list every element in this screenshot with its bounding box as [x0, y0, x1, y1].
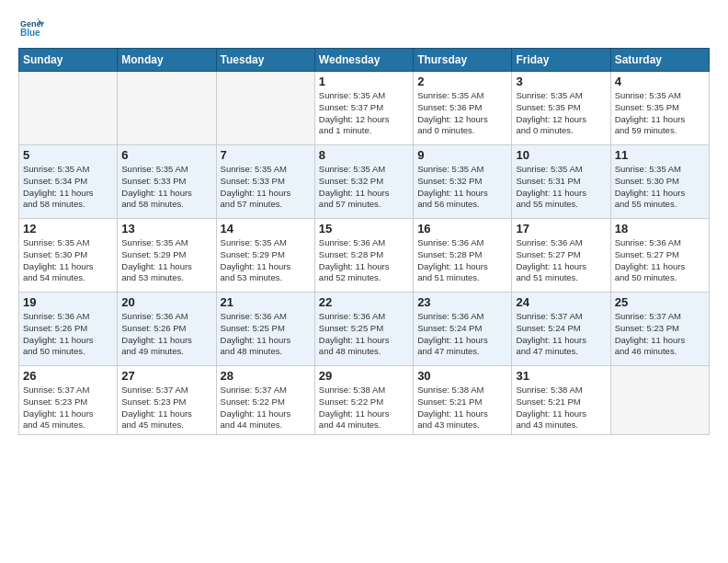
calendar-day-cell: 10Sunrise: 5:35 AM Sunset: 5:31 PM Dayli… [512, 145, 610, 219]
day-number: 17 [516, 222, 606, 236]
day-number: 18 [615, 222, 705, 236]
day-info: Sunrise: 5:35 AM Sunset: 5:33 PM Dayligh… [221, 164, 311, 211]
day-number: 16 [417, 222, 507, 236]
logo-icon: General Blue [18, 15, 44, 40]
day-info: Sunrise: 5:37 AM Sunset: 5:23 PM Dayligh… [23, 385, 113, 431]
day-number: 27 [121, 369, 211, 383]
calendar-day-cell: 15Sunrise: 5:36 AM Sunset: 5:28 PM Dayli… [314, 219, 413, 293]
day-info: Sunrise: 5:38 AM Sunset: 5:22 PM Dayligh… [319, 385, 409, 431]
logo: General Blue [18, 15, 48, 40]
day-number: 13 [121, 222, 211, 236]
day-number: 31 [516, 369, 606, 383]
calendar-day-cell: 14Sunrise: 5:35 AM Sunset: 5:29 PM Dayli… [216, 219, 314, 293]
day-number: 5 [23, 148, 113, 162]
day-number: 19 [23, 295, 113, 309]
calendar-empty-cell [216, 72, 314, 145]
day-info: Sunrise: 5:35 AM Sunset: 5:32 PM Dayligh… [319, 164, 409, 211]
calendar-day-cell: 9Sunrise: 5:35 AM Sunset: 5:32 PM Daylig… [414, 145, 512, 219]
calendar-day-cell: 7Sunrise: 5:35 AM Sunset: 5:33 PM Daylig… [216, 145, 314, 219]
day-number: 24 [516, 295, 606, 309]
page: General Blue SundayMondayTuesdayWednesda… [0, 0, 728, 563]
day-info: Sunrise: 5:35 AM Sunset: 5:37 PM Dayligh… [319, 90, 409, 137]
day-info: Sunrise: 5:37 AM Sunset: 5:22 PM Dayligh… [221, 385, 311, 431]
day-number: 25 [615, 295, 705, 309]
calendar-day-cell: 25Sunrise: 5:37 AM Sunset: 5:23 PM Dayli… [610, 293, 709, 366]
calendar-header-row: SundayMondayTuesdayWednesdayThursdayFrid… [19, 49, 710, 72]
day-info: Sunrise: 5:37 AM Sunset: 5:23 PM Dayligh… [121, 385, 211, 431]
day-info: Sunrise: 5:35 AM Sunset: 5:30 PM Dayligh… [23, 237, 113, 284]
day-info: Sunrise: 5:38 AM Sunset: 5:21 PM Dayligh… [417, 385, 507, 431]
day-info: Sunrise: 5:38 AM Sunset: 5:21 PM Dayligh… [516, 385, 606, 431]
calendar-day-cell: 11Sunrise: 5:35 AM Sunset: 5:30 PM Dayli… [610, 145, 709, 219]
day-info: Sunrise: 5:35 AM Sunset: 5:31 PM Dayligh… [516, 164, 606, 211]
day-header-sunday: Sunday [19, 49, 118, 72]
day-number: 15 [319, 222, 409, 236]
day-info: Sunrise: 5:36 AM Sunset: 5:25 PM Dayligh… [319, 311, 409, 358]
day-number: 11 [615, 148, 705, 162]
calendar-empty-cell [19, 72, 118, 145]
day-info: Sunrise: 5:35 AM Sunset: 5:33 PM Dayligh… [121, 164, 211, 211]
day-info: Sunrise: 5:37 AM Sunset: 5:24 PM Dayligh… [516, 311, 606, 358]
calendar-day-cell: 2Sunrise: 5:35 AM Sunset: 5:36 PM Daylig… [414, 72, 512, 145]
day-number: 4 [615, 75, 705, 88]
day-header-tuesday: Tuesday [216, 49, 314, 72]
day-number: 28 [221, 369, 311, 383]
calendar-week-row: 1Sunrise: 5:35 AM Sunset: 5:37 PM Daylig… [19, 72, 710, 145]
day-number: 2 [417, 75, 507, 88]
day-number: 30 [417, 369, 507, 383]
calendar-day-cell: 27Sunrise: 5:37 AM Sunset: 5:23 PM Dayli… [118, 366, 216, 435]
calendar-day-cell: 28Sunrise: 5:37 AM Sunset: 5:22 PM Dayli… [216, 366, 314, 435]
day-number: 26 [23, 369, 113, 383]
day-info: Sunrise: 5:35 AM Sunset: 5:29 PM Dayligh… [221, 237, 311, 284]
calendar-day-cell: 19Sunrise: 5:36 AM Sunset: 5:26 PM Dayli… [19, 293, 118, 366]
calendar-day-cell: 26Sunrise: 5:37 AM Sunset: 5:23 PM Dayli… [19, 366, 118, 435]
day-number: 8 [319, 148, 409, 162]
calendar-week-row: 12Sunrise: 5:35 AM Sunset: 5:30 PM Dayli… [19, 219, 710, 293]
day-number: 12 [23, 222, 113, 236]
calendar-day-cell: 5Sunrise: 5:35 AM Sunset: 5:34 PM Daylig… [19, 145, 118, 219]
day-number: 21 [221, 295, 311, 309]
calendar-day-cell: 31Sunrise: 5:38 AM Sunset: 5:21 PM Dayli… [512, 366, 610, 435]
day-header-thursday: Thursday [414, 49, 512, 72]
day-number: 9 [417, 148, 507, 162]
day-info: Sunrise: 5:37 AM Sunset: 5:23 PM Dayligh… [615, 311, 705, 358]
day-info: Sunrise: 5:36 AM Sunset: 5:25 PM Dayligh… [221, 311, 311, 358]
day-header-monday: Monday [118, 49, 216, 72]
calendar-day-cell: 6Sunrise: 5:35 AM Sunset: 5:33 PM Daylig… [118, 145, 216, 219]
day-number: 14 [221, 222, 311, 236]
calendar-day-cell: 18Sunrise: 5:36 AM Sunset: 5:27 PM Dayli… [610, 219, 709, 293]
svg-text:Blue: Blue [20, 28, 40, 38]
day-number: 6 [121, 148, 211, 162]
day-info: Sunrise: 5:36 AM Sunset: 5:27 PM Dayligh… [516, 237, 606, 284]
calendar-day-cell: 23Sunrise: 5:36 AM Sunset: 5:24 PM Dayli… [414, 293, 512, 366]
day-info: Sunrise: 5:36 AM Sunset: 5:28 PM Dayligh… [319, 237, 409, 284]
calendar-day-cell: 16Sunrise: 5:36 AM Sunset: 5:28 PM Dayli… [414, 219, 512, 293]
day-number: 23 [417, 295, 507, 309]
day-header-friday: Friday [512, 49, 610, 72]
calendar-day-cell: 24Sunrise: 5:37 AM Sunset: 5:24 PM Dayli… [512, 293, 610, 366]
calendar-day-cell: 4Sunrise: 5:35 AM Sunset: 5:35 PM Daylig… [610, 72, 709, 145]
day-header-wednesday: Wednesday [314, 49, 413, 72]
calendar-day-cell: 29Sunrise: 5:38 AM Sunset: 5:22 PM Dayli… [314, 366, 413, 435]
day-info: Sunrise: 5:36 AM Sunset: 5:26 PM Dayligh… [23, 311, 113, 358]
day-number: 20 [121, 295, 211, 309]
calendar: SundayMondayTuesdayWednesdayThursdayFrid… [18, 48, 710, 435]
calendar-day-cell: 12Sunrise: 5:35 AM Sunset: 5:30 PM Dayli… [19, 219, 118, 293]
calendar-empty-cell [118, 72, 216, 145]
day-info: Sunrise: 5:35 AM Sunset: 5:29 PM Dayligh… [121, 237, 211, 284]
calendar-day-cell: 13Sunrise: 5:35 AM Sunset: 5:29 PM Dayli… [118, 219, 216, 293]
day-number: 22 [319, 295, 409, 309]
calendar-day-cell: 1Sunrise: 5:35 AM Sunset: 5:37 PM Daylig… [314, 72, 413, 145]
calendar-day-cell: 21Sunrise: 5:36 AM Sunset: 5:25 PM Dayli… [216, 293, 314, 366]
day-info: Sunrise: 5:35 AM Sunset: 5:36 PM Dayligh… [417, 90, 507, 137]
day-header-saturday: Saturday [610, 49, 709, 72]
header: General Blue [18, 15, 710, 40]
calendar-day-cell: 22Sunrise: 5:36 AM Sunset: 5:25 PM Dayli… [314, 293, 413, 366]
calendar-day-cell: 20Sunrise: 5:36 AM Sunset: 5:26 PM Dayli… [118, 293, 216, 366]
day-info: Sunrise: 5:35 AM Sunset: 5:35 PM Dayligh… [615, 90, 705, 137]
day-info: Sunrise: 5:35 AM Sunset: 5:32 PM Dayligh… [417, 164, 507, 211]
calendar-day-cell: 3Sunrise: 5:35 AM Sunset: 5:35 PM Daylig… [512, 72, 610, 145]
calendar-week-row: 26Sunrise: 5:37 AM Sunset: 5:23 PM Dayli… [19, 366, 710, 435]
day-number: 10 [516, 148, 606, 162]
calendar-week-row: 19Sunrise: 5:36 AM Sunset: 5:26 PM Dayli… [19, 293, 710, 366]
